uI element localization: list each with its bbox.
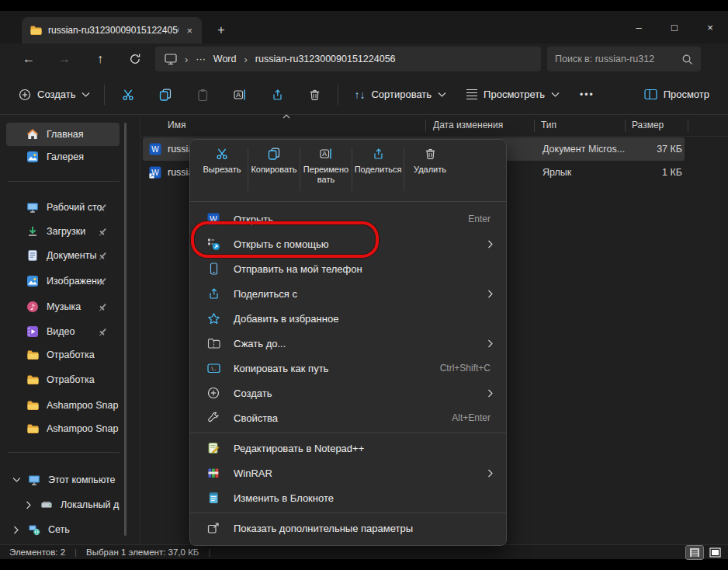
- column-header-type[interactable]: Тип: [541, 120, 556, 130]
- context-menu-item-winrar[interactable]: WinRAR: [193, 461, 503, 485]
- context-menu-item-add-to-favorites[interactable]: Добавить в избранное: [193, 306, 503, 331]
- preview-toggle-button[interactable]: Просмотр: [644, 89, 709, 100]
- context-menu-delete-button[interactable]: Удалить: [404, 144, 456, 194]
- rename-icon: [234, 89, 246, 101]
- chevron-right-icon[interactable]: [12, 526, 20, 534]
- word-icon: [206, 213, 221, 225]
- up-button[interactable]: ↑: [93, 52, 107, 66]
- search-box[interactable]: Поиск в: russian-ru312: [547, 47, 701, 71]
- this-pc-monitor-icon: [28, 474, 40, 486]
- column-divider[interactable]: [534, 120, 535, 132]
- context-menu-item-send-to-phone[interactable]: Отправить на мой телефон: [193, 256, 503, 281]
- context-menu-cut-button[interactable]: Вырезать: [196, 144, 248, 194]
- rename-icon: [320, 148, 333, 161]
- folder-icon: [26, 349, 39, 361]
- view-button[interactable]: Просмотреть: [466, 89, 560, 100]
- context-menu-item-open[interactable]: Открыть Enter: [193, 207, 503, 231]
- svg-text:♪: ♪: [30, 303, 35, 311]
- command-toolbar: Создать ↑↓ Сортировать Просмотреть ••• П…: [0, 75, 728, 115]
- column-header-name[interactable]: Имя: [168, 120, 185, 130]
- minimize-button[interactable]: –: [621, 11, 657, 43]
- breadcrumb-overflow-button[interactable]: ···: [196, 54, 206, 64]
- sidebar-item-network[interactable]: Сеть: [6, 518, 120, 541]
- breadcrumb-item-folder[interactable]: russian-ru312300090151224056: [255, 54, 396, 64]
- context-menu-rename-button[interactable]: Переименовать: [300, 144, 352, 194]
- rename-button[interactable]: [221, 89, 258, 101]
- trash-icon: [424, 148, 437, 161]
- this-pc-icon: [165, 53, 177, 65]
- context-menu-item-edit-in-notepadpp[interactable]: Редактировать в Notepad++: [193, 436, 503, 461]
- maximize-button[interactable]: □: [657, 11, 692, 43]
- word-document-icon: [147, 143, 163, 155]
- share-button[interactable]: [258, 89, 296, 101]
- sidebar-item-music[interactable]: ♪ Музыка: [6, 295, 120, 318]
- zip-folder-icon: [206, 337, 221, 349]
- context-menu-share-button[interactable]: Поделиться: [352, 144, 404, 194]
- sidebar-item-home[interactable]: Главная: [6, 123, 120, 146]
- column-divider[interactable]: [425, 120, 426, 132]
- search-input[interactable]: Поиск в: russian-ru312: [555, 54, 681, 64]
- delete-button[interactable]: [296, 89, 333, 101]
- view-lines-icon: [466, 89, 477, 100]
- sidebar-item-documents[interactable]: Документы: [6, 244, 120, 267]
- create-button[interactable]: Создать: [19, 89, 90, 101]
- sidebar-item-gallery[interactable]: Галерея: [6, 145, 120, 169]
- paste-button[interactable]: [184, 89, 221, 101]
- context-menu-item-new[interactable]: Создать: [193, 381, 503, 405]
- sidebar-item-folder-ashampoo-2[interactable]: Ashampoo Snap: [6, 417, 120, 440]
- copy-button[interactable]: [147, 89, 184, 101]
- new-tab-button[interactable]: +: [211, 20, 231, 40]
- context-menu-item-properties[interactable]: Свойства Alt+Enter: [193, 405, 503, 430]
- context-menu-item-open-with[interactable]: Открыть с помощью: [193, 231, 503, 256]
- column-divider[interactable]: [688, 120, 688, 132]
- sidebar-divider: [8, 181, 120, 182]
- sort-button[interactable]: ↑↓ Сортировать: [354, 89, 446, 101]
- sidebar-divider: [8, 452, 120, 453]
- sidebar-item-downloads[interactable]: Загрузки: [6, 220, 120, 243]
- breadcrumb[interactable]: › ··· Word › russian-ru31230009015122405…: [155, 47, 541, 71]
- search-icon: [681, 54, 693, 65]
- tab-close-icon[interactable]: ×: [185, 26, 194, 36]
- sidebar-scrollbar[interactable]: [124, 123, 127, 536]
- column-header-date[interactable]: Дата изменения: [433, 120, 503, 130]
- sidebar-item-folder-otrabotka-1[interactable]: Отработка: [6, 343, 120, 367]
- desktop-icon: [26, 201, 39, 214]
- sidebar-item-pictures[interactable]: Изображени: [6, 269, 120, 293]
- cut-icon: [216, 148, 229, 161]
- documents-icon: [26, 249, 39, 262]
- chevron-down-icon[interactable]: [12, 477, 20, 483]
- sidebar-item-local-disk[interactable]: Локальный ди: [6, 493, 120, 516]
- forward-button[interactable]: →: [57, 52, 71, 66]
- column-header-size[interactable]: Размер: [632, 120, 664, 130]
- column-divider[interactable]: [625, 120, 626, 132]
- refresh-button[interactable]: [129, 53, 143, 65]
- star-icon: [206, 312, 221, 325]
- sidebar-item-this-pc[interactable]: Этот компьюте: [6, 468, 120, 492]
- back-button[interactable]: ←: [22, 52, 36, 66]
- context-menu-item-share-with[interactable]: Поделиться с: [193, 281, 503, 306]
- context-menu-copy-button[interactable]: Копировать: [248, 144, 300, 194]
- chevron-right-icon[interactable]: [25, 501, 33, 509]
- wrench-icon: [206, 412, 221, 424]
- explorer-tab[interactable]: russian-ru312300090151224056 ×: [22, 17, 202, 43]
- sidebar-item-videos[interactable]: Видео: [6, 320, 120, 343]
- menu-separator: [190, 513, 506, 513]
- breadcrumb-item-word[interactable]: Word: [213, 54, 237, 64]
- details-view-button[interactable]: [686, 546, 703, 559]
- sidebar-item-desktop[interactable]: Рабочий сто: [6, 196, 120, 219]
- context-menu-item-copy-as-path[interactable]: \.. Копировать как путь Ctrl+Shift+C: [193, 356, 503, 381]
- sidebar-item-folder-ashampoo-1[interactable]: Ashampoo Snap: [6, 394, 120, 417]
- context-menu-item-edit-in-notepad[interactable]: Изменить в Блокноте: [193, 485, 503, 510]
- show-more-options-icon: [206, 522, 221, 534]
- toolbar-divider: [104, 85, 105, 105]
- breadcrumb-separator: ›: [185, 54, 188, 65]
- close-button[interactable]: ×: [692, 11, 728, 43]
- cut-button[interactable]: [109, 89, 147, 101]
- svg-text:\..: \..: [211, 366, 216, 371]
- more-options-button[interactable]: •••: [580, 89, 595, 100]
- menu-separator: [190, 433, 506, 433]
- context-menu-item-compress-to[interactable]: Сжать до...: [193, 331, 503, 356]
- context-menu-item-show-more-options[interactable]: Показать дополнительные параметры: [193, 516, 503, 540]
- thumbnail-view-button[interactable]: [706, 546, 723, 559]
- sidebar-item-folder-otrabotka-2[interactable]: Отработка: [6, 368, 120, 391]
